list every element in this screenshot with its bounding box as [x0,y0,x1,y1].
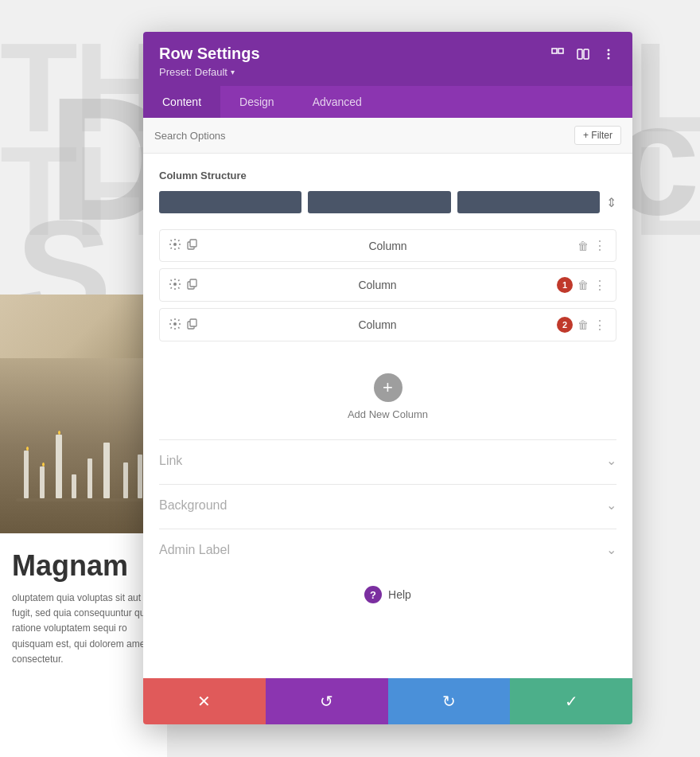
more-icon-row3[interactable]: ⋮ [593,318,606,333]
column-row-3-label: Column [198,318,557,331]
background-accordion: Background ⌄ [159,484,616,525]
tab-advanced[interactable]: Advanced [294,86,381,118]
more-options-icon[interactable] [601,46,616,62]
badge-row2: 1 [557,277,573,293]
expand-icon[interactable] [550,46,566,62]
duplicate-icon-row1[interactable] [187,239,198,252]
left-panel-image [0,295,167,533]
undo-button[interactable]: ↺ [266,678,388,724]
admin-label-accordion: Admin Label ⌄ [159,529,616,570]
column-row-1-actions: 🗑 ⋮ [578,238,606,253]
link-accordion: Link ⌄ [159,439,616,481]
table-row: Column 2 🗑 ⋮ [159,308,616,341]
admin-label-accordion-header[interactable]: Admin Label ⌄ [159,529,616,570]
save-icon: ✓ [565,692,578,711]
preset-label[interactable]: Preset: Default ▾ [159,66,616,78]
settings-icon-row3[interactable] [169,318,181,332]
svg-rect-3 [584,49,589,59]
svg-point-6 [608,57,610,59]
svg-point-5 [608,53,610,55]
column-row-2-actions: 1 🗑 ⋮ [557,277,606,293]
delete-icon-row3[interactable]: 🗑 [578,318,589,331]
preset-arrow-icon: ▾ [231,68,235,76]
duplicate-icon-row2[interactable] [187,279,198,292]
add-column-plus-icon: + [374,373,402,402]
column-structure-preview: ⇕ [159,191,616,213]
link-accordion-header[interactable]: Link ⌄ [159,440,616,481]
column-row-1-icons [169,239,198,252]
svg-point-13 [173,322,177,326]
cancel-icon: ✕ [197,692,211,711]
background-chevron-icon: ⌄ [606,498,616,513]
modal-header-top: Row Settings [159,45,616,63]
redo-icon: ↻ [442,692,456,711]
admin-label-text: Admin Label [159,543,230,557]
duplicate-icon-row3[interactable] [187,318,198,332]
tab-content[interactable]: Content [143,86,220,118]
left-panel-content: Magnam oluptatem quia voluptas sit aut f… [0,533,167,683]
svg-rect-2 [578,49,582,59]
svg-point-7 [173,243,177,246]
modal-title: Row Settings [159,45,260,63]
column-row-3-icons [169,318,198,332]
undo-icon: ↺ [320,692,333,711]
row-settings-modal: Row Settings [143,32,632,724]
svg-rect-9 [190,240,196,247]
filter-button[interactable]: + Filter [574,126,621,145]
admin-label-chevron-icon: ⌄ [606,542,616,557]
settings-icon-row2[interactable] [169,279,181,292]
help-label: Help [388,588,411,601]
column-row-3-actions: 2 🗑 ⋮ [557,317,606,333]
modal-header-icons [550,46,616,62]
settings-icon-row1[interactable] [169,239,181,252]
svg-rect-15 [190,319,196,326]
svg-rect-12 [190,279,196,287]
column-row-2-icons [169,279,198,292]
column-row-1-label: Column [198,240,578,252]
search-input[interactable] [154,130,574,142]
col-bar-1[interactable] [159,191,301,213]
add-new-column-button[interactable]: + Add New Column [159,357,616,436]
columns-icon[interactable] [575,46,591,62]
modal-body: Column Structure ⇕ [143,154,632,678]
help-icon[interactable]: ? [364,586,382,603]
left-panel-paragraph: oluptatem quia voluptas sit aut fugit, s… [12,591,155,667]
delete-icon-row2[interactable]: 🗑 [578,279,589,291]
modal-footer: ✕ ↺ ↻ ✓ [143,678,632,724]
column-row-2-label: Column [198,279,557,291]
search-bar: + Filter [143,118,632,154]
table-row: Column 🗑 ⋮ [159,229,616,262]
add-column-label: Add New Column [348,408,428,420]
link-chevron-icon: ⌄ [606,453,616,468]
more-icon-row1[interactable]: ⋮ [593,238,606,253]
cancel-button[interactable]: ✕ [143,678,266,724]
tab-design[interactable]: Design [220,86,294,118]
col-bar-2[interactable] [308,191,450,213]
more-icon-row2[interactable]: ⋮ [593,278,606,293]
svg-rect-0 [552,49,557,53]
columns-list: Column 🗑 ⋮ [159,229,616,341]
svg-rect-1 [558,49,563,53]
col-arrows-icon[interactable]: ⇕ [606,195,616,210]
col-bar-3[interactable] [457,191,600,213]
delete-icon-row1[interactable]: 🗑 [578,240,589,252]
svg-point-4 [608,49,610,51]
background-label: Background [159,498,227,513]
save-button[interactable]: ✓ [510,678,632,724]
left-panel-heading: Magnam [12,549,155,583]
modal-header: Row Settings [143,32,632,86]
table-row: Column 1 🗑 ⋮ [159,268,616,302]
help-section: ? Help [159,570,616,611]
column-structure-label: Column Structure [159,170,616,181]
link-label: Link [159,454,182,468]
background-accordion-header[interactable]: Background ⌄ [159,485,616,525]
badge-row3: 2 [557,317,573,333]
redo-button[interactable]: ↻ [388,678,511,724]
left-panel: Magnam oluptatem quia voluptas sit aut f… [0,295,167,757]
modal-tabs: Content Design Advanced [143,86,632,118]
svg-point-10 [173,283,177,286]
